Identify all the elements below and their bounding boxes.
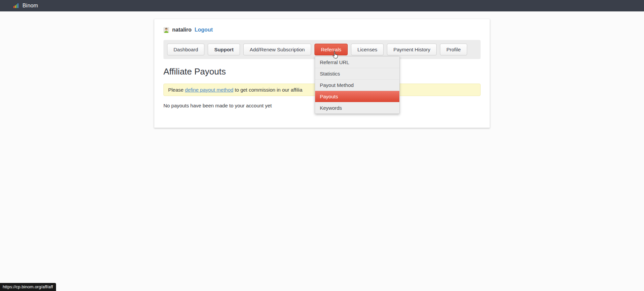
nav-tab[interactable]: Payment History — [387, 44, 437, 55]
nav-tab[interactable]: Add/Renew Subscription — [243, 44, 311, 55]
dropdown-item[interactable]: Payouts — [315, 91, 399, 102]
define-payout-method-link[interactable]: define payout method — [185, 87, 233, 93]
nav-tab[interactable]: Licenses — [351, 44, 384, 55]
user-name: nataliro — [172, 27, 192, 33]
top-bar: Binom — [0, 0, 644, 11]
user-row: nataliro Logout — [163, 27, 481, 33]
dropdown-item[interactable]: Keywords — [315, 102, 399, 113]
dropdown-item[interactable]: Statistics — [315, 68, 399, 79]
bar-chart-icon — [13, 3, 18, 8]
alert-text-suffix: to get commission in our affilia — [233, 87, 302, 93]
nav-tab[interactable]: Referrals — [314, 44, 348, 55]
brand-link[interactable]: Binom — [13, 3, 38, 9]
logout-link[interactable]: Logout — [195, 27, 213, 33]
status-bar-url: https://cp.binom.org/aff/aff — [0, 283, 56, 291]
brand-name: Binom — [22, 3, 38, 9]
nav-tab[interactable]: Support — [208, 44, 240, 55]
dropdown-item[interactable]: Payout Method — [315, 79, 399, 91]
dropdown-item[interactable]: Referral URL — [315, 56, 399, 68]
alert-text-prefix: Please — [168, 87, 185, 93]
user-avatar-icon — [163, 27, 169, 33]
nav-tab[interactable]: Profile — [440, 44, 467, 55]
referrals-dropdown-menu: Referral URL Statistics Payout Method Pa… — [315, 56, 400, 114]
nav-tab[interactable]: Dashboard — [167, 44, 204, 55]
